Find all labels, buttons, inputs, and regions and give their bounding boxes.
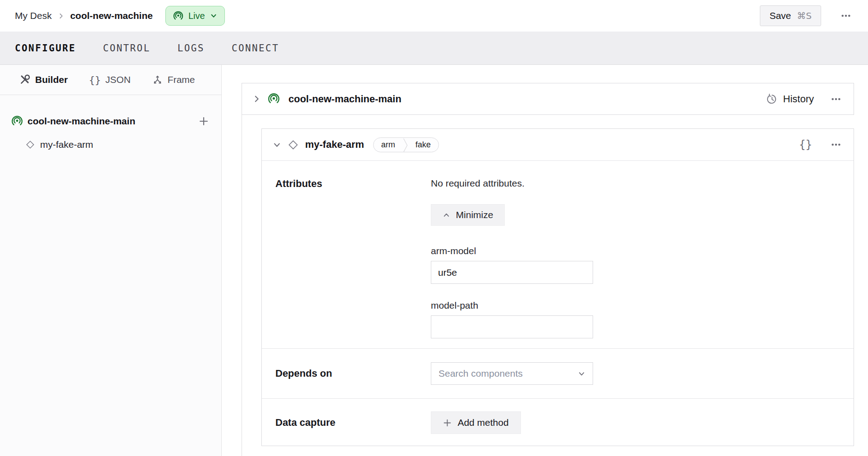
component-json-button[interactable]: {} — [799, 138, 812, 151]
component-title: my-fake-arm — [305, 139, 364, 150]
badge-type-segment: arm — [374, 138, 403, 152]
view-tab-frame[interactable]: Frame — [152, 74, 195, 86]
arm-model-input[interactable] — [431, 261, 593, 284]
breadcrumb-chevron-icon — [58, 13, 64, 19]
component-card-header: my-fake-arm arm fake {} — [262, 129, 854, 161]
view-builder-label: Builder — [35, 74, 68, 85]
component-type-badge: arm fake — [373, 137, 439, 152]
part-signal-icon — [11, 115, 23, 127]
data-capture-section: Data capture Add method — [262, 398, 854, 447]
depends-on-label: Depends on — [275, 368, 431, 379]
tree-child-label: my-fake-arm — [40, 139, 93, 150]
depends-on-select[interactable]: Search components — [431, 362, 593, 385]
history-label: History — [783, 93, 814, 105]
live-signal-icon — [173, 11, 183, 21]
part-signal-icon — [268, 93, 280, 105]
tab-configure[interactable]: CONFIGURE — [15, 43, 76, 54]
part-menu-button[interactable] — [831, 94, 841, 104]
breadcrumb-current: cool-new-machine — [70, 10, 153, 21]
badge-model-segment: fake — [408, 138, 439, 152]
configure-main-panel: cool-new-machine-main History — [222, 65, 868, 456]
machine-menu-button[interactable] — [841, 11, 851, 21]
machine-tab-bar: CONFIGURE CONTROL LOGS CONNECT — [0, 32, 868, 65]
add-method-label: Add method — [457, 417, 508, 428]
attributes-section-label: Attributes — [275, 178, 431, 348]
field-label-arm-model: arm-model — [431, 246, 854, 256]
chevron-up-icon — [443, 211, 450, 219]
component-card: my-fake-arm arm fake {} Attributes — [261, 128, 854, 446]
model-path-input[interactable] — [431, 315, 593, 338]
expand-part-chevron-icon[interactable] — [252, 95, 261, 103]
breadcrumb-parent-link[interactable]: My Desk — [15, 10, 52, 21]
no-required-attributes-text: No required attributes. — [431, 178, 854, 189]
add-method-button[interactable]: Add method — [431, 411, 521, 434]
tab-connect[interactable]: CONNECT — [232, 43, 279, 54]
view-frame-label: Frame — [168, 74, 195, 85]
plus-icon — [443, 419, 452, 427]
tree-item-machine-part[interactable]: cool-new-machine-main — [0, 109, 221, 133]
config-sidebar: Builder {} JSON Frame — [0, 65, 222, 456]
machine-status-dropdown[interactable]: Live — [165, 6, 225, 26]
history-clock-icon — [766, 93, 778, 105]
history-button[interactable]: History — [766, 93, 814, 105]
field-label-model-path: model-path — [431, 300, 854, 311]
minimize-label: Minimize — [456, 210, 493, 220]
sidebar-view-switcher: Builder {} JSON Frame — [0, 65, 221, 95]
live-status-label: Live — [188, 11, 205, 21]
braces-icon: {} — [799, 138, 812, 151]
add-component-button[interactable] — [199, 116, 209, 126]
save-button[interactable]: Save ⌘S — [760, 5, 821, 26]
collapse-component-chevron-icon[interactable] — [273, 141, 281, 149]
component-tree: cool-new-machine-main my-fake-arm — [0, 95, 221, 156]
view-json-label: JSON — [105, 74, 131, 85]
save-label: Save — [769, 10, 791, 21]
depends-on-section: Depends on Search components — [262, 348, 854, 398]
tree-root-label: cool-new-machine-main — [27, 116, 135, 127]
view-tab-builder[interactable]: Builder — [19, 74, 68, 86]
chevron-down-icon — [578, 370, 585, 378]
data-capture-label: Data capture — [275, 417, 431, 429]
chevron-down-icon — [210, 12, 217, 19]
view-tab-json[interactable]: {} JSON — [89, 74, 131, 86]
machine-part-card: cool-new-machine-main History — [242, 83, 854, 115]
braces-icon: {} — [89, 74, 101, 86]
save-shortcut: ⌘S — [797, 10, 812, 21]
badge-divider-chevron — [403, 138, 408, 152]
part-card-title: cool-new-machine-main — [288, 93, 402, 105]
tree-item-component[interactable]: my-fake-arm — [0, 133, 221, 156]
frame-axes-icon — [152, 74, 163, 86]
tools-icon — [19, 74, 31, 86]
component-menu-button[interactable] — [831, 140, 841, 150]
component-diamond-icon — [26, 141, 34, 149]
attributes-section: Attributes No required attributes. Minim… — [262, 161, 854, 348]
depends-on-placeholder: Search components — [439, 368, 578, 379]
breadcrumb: My Desk cool-new-machine — [15, 10, 153, 21]
tree-connector-line — [242, 115, 242, 456]
tab-logs[interactable]: LOGS — [178, 43, 205, 54]
top-bar: My Desk cool-new-machine Live Save ⌘S — [0, 0, 868, 32]
component-diamond-icon — [288, 140, 298, 150]
tab-control[interactable]: CONTROL — [103, 43, 150, 54]
minimize-button[interactable]: Minimize — [431, 204, 505, 226]
